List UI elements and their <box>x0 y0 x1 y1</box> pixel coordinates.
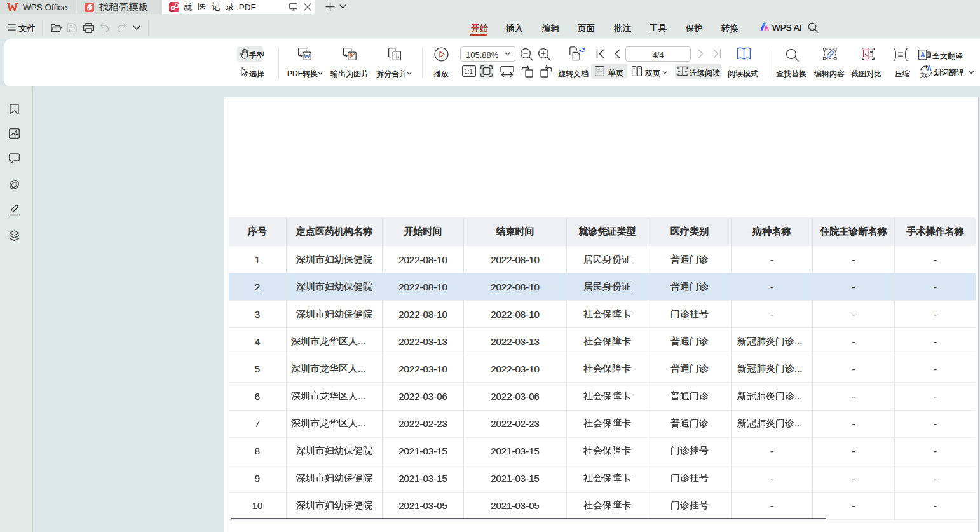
svg-text:文: 文 <box>920 72 926 78</box>
svg-text:1:1: 1:1 <box>464 68 473 75</box>
svg-text:A: A <box>927 65 932 72</box>
svg-text:A: A <box>920 51 925 58</box>
